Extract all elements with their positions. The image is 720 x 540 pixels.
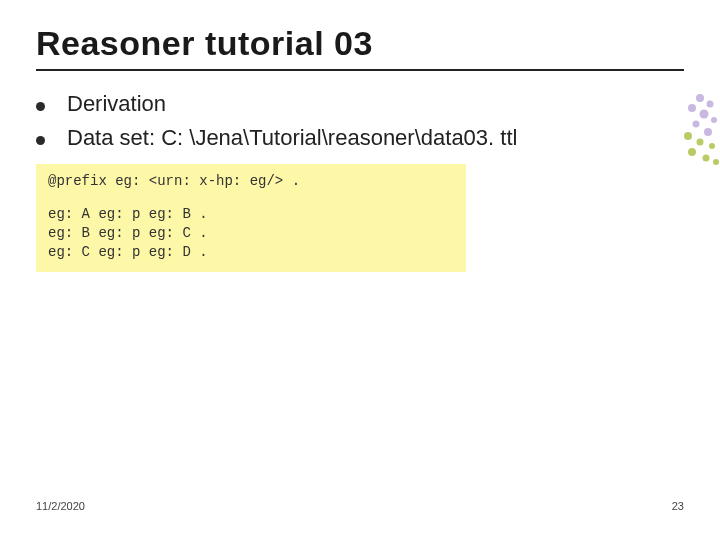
footer-date: 11/2/2020 xyxy=(36,500,85,512)
code-line: @prefix eg: <urn: x-hp: eg/> . xyxy=(48,172,454,191)
code-blank-line xyxy=(48,191,454,205)
svg-point-4 xyxy=(711,117,717,123)
svg-point-8 xyxy=(697,139,704,146)
slide-title: Reasoner tutorial 03 xyxy=(36,24,684,63)
svg-point-0 xyxy=(696,94,704,102)
svg-point-3 xyxy=(700,110,709,119)
bullet-list: Derivation Data set: C: \Jena\Tutorial\r… xyxy=(36,89,684,152)
list-item: Derivation xyxy=(36,89,684,119)
bullet-text: Data set: C: \Jena\Tutorial\reasoner\dat… xyxy=(67,123,517,153)
svg-point-1 xyxy=(707,101,714,108)
svg-point-7 xyxy=(684,132,692,140)
svg-point-12 xyxy=(713,159,719,165)
code-line: eg: B eg: p eg: C . xyxy=(48,224,454,243)
bullet-icon xyxy=(36,136,45,145)
slide: Reasoner tutorial 03 Derivation Da xyxy=(0,0,720,540)
svg-point-11 xyxy=(703,155,710,162)
code-block: @prefix eg: <urn: x-hp: eg/> . eg: A eg:… xyxy=(36,164,466,272)
svg-point-5 xyxy=(693,121,700,128)
svg-point-10 xyxy=(688,148,696,156)
code-line: eg: A eg: p eg: B . xyxy=(48,205,454,224)
footer-page-number: 23 xyxy=(672,500,684,512)
svg-point-2 xyxy=(688,104,696,112)
bullet-text: Derivation xyxy=(67,89,166,119)
svg-point-9 xyxy=(709,143,715,149)
code-line: eg: C eg: p eg: D . xyxy=(48,243,454,262)
svg-point-6 xyxy=(704,128,712,136)
list-item: Data set: C: \Jena\Tutorial\reasoner\dat… xyxy=(36,123,684,153)
title-area: Reasoner tutorial 03 xyxy=(36,24,684,71)
bullet-icon xyxy=(36,102,45,111)
